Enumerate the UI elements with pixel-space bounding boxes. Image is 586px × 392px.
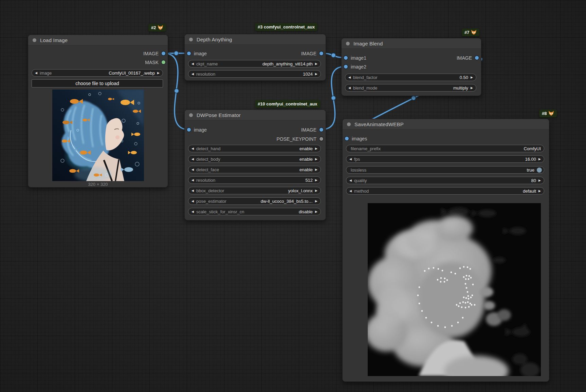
output-slot-image[interactable]: [162, 52, 165, 55]
increment-arrow-icon[interactable]: ▶: [315, 189, 317, 192]
widget-value: enable: [299, 167, 313, 172]
decrement-arrow-icon[interactable]: ◀: [191, 147, 194, 150]
input-slot-image2[interactable]: [344, 65, 348, 68]
input-slot-image1[interactable]: [344, 56, 348, 60]
node-badge: #8: [539, 110, 557, 117]
input-slot-image[interactable]: [187, 128, 191, 132]
node-title-bar[interactable]: Image Blend: [342, 38, 481, 49]
input-slot-images[interactable]: [345, 137, 349, 140]
widget-value: 1024: [303, 72, 313, 77]
output-slot-image[interactable]: [475, 56, 479, 60]
widget-fps[interactable]: ◀ fps 16.00 ▶: [346, 155, 544, 163]
output-slot-pose-keypoint[interactable]: [319, 137, 323, 141]
link-midpoint-dot[interactable]: [411, 96, 416, 100]
widget-detect-body[interactable]: ◀ detect_body enable ▶: [188, 155, 321, 163]
node-status-dot[interactable]: [189, 113, 193, 117]
widget-filename-prefix[interactable]: filename_prefix ComfyUI: [346, 145, 544, 152]
widget-bbox-detector[interactable]: ◀ bbox_detector yolox_l.onnx ▶: [188, 187, 321, 194]
node-badge: #7: [462, 28, 479, 36]
decrement-arrow-icon[interactable]: ◀: [349, 179, 352, 182]
widget-image[interactable]: ◀ image ComfyUI_00167_.webp ▶: [32, 69, 163, 77]
decrement-arrow-icon[interactable]: ◀: [348, 86, 351, 90]
decrement-arrow-icon[interactable]: ◀: [191, 189, 194, 192]
output-slot-image[interactable]: [319, 52, 323, 55]
increment-arrow-icon[interactable]: ▶: [315, 158, 317, 161]
decrement-arrow-icon[interactable]: ◀: [191, 200, 194, 203]
link-midpoint-dot[interactable]: [174, 51, 179, 56]
widget-resolution[interactable]: ◀ resolution 1024 ▶: [188, 70, 321, 78]
toggle-knob[interactable]: [537, 168, 542, 173]
decrement-arrow-icon[interactable]: ◀: [191, 158, 194, 161]
output-label: IMAGE: [143, 51, 159, 56]
increment-arrow-icon[interactable]: ▶: [157, 72, 160, 75]
increment-arrow-icon[interactable]: ▶: [471, 86, 473, 90]
decrement-arrow-icon[interactable]: ◀: [349, 190, 352, 193]
choose-file-button[interactable]: choose file to upload: [32, 79, 163, 87]
node-load-image[interactable]: Load Image IMAGE MASK ◀ image ComfyUI_00…: [28, 35, 168, 188]
widget-value: yolox_l.onnx: [288, 188, 313, 193]
link-midpoint-dot[interactable]: [331, 96, 336, 100]
widget-blend-factor[interactable]: ◀ blend_factor 0.50 ▶: [345, 74, 476, 81]
increment-arrow-icon[interactable]: ▶: [315, 147, 317, 150]
input-label: image: [194, 127, 207, 133]
widget-value: ComfyUI: [524, 146, 541, 151]
decrement-arrow-icon[interactable]: ◀: [191, 73, 194, 76]
node-image-blend[interactable]: Image Blend image1 IMAGE image2 ◀ blend_…: [341, 38, 481, 96]
increment-arrow-icon[interactable]: ▶: [315, 200, 317, 203]
widget-label: method: [354, 189, 369, 194]
widget-resolution[interactable]: ◀ resolution 512 ▶: [188, 176, 321, 184]
output-label: IMAGE: [301, 127, 316, 133]
increment-arrow-icon[interactable]: ▶: [315, 62, 317, 65]
widget-method[interactable]: ◀ method default ▶: [346, 187, 544, 195]
fox-icon: [548, 111, 554, 116]
node-status-dot[interactable]: [346, 42, 350, 45]
increment-arrow-icon[interactable]: ▶: [315, 73, 317, 76]
decrement-arrow-icon[interactable]: ◀: [348, 76, 351, 79]
node-title: Load Image: [40, 37, 68, 43]
output-slot-mask[interactable]: [162, 60, 165, 64]
increment-arrow-icon[interactable]: ▶: [538, 179, 541, 182]
node-title-bar[interactable]: Load Image: [28, 35, 168, 45]
node-dwpose-estimator[interactable]: DWPose Estimator image IMAGE POSE_KEYPOI…: [184, 110, 326, 220]
node-title-bar[interactable]: DWPose Estimator: [185, 110, 326, 120]
node-depth-anything[interactable]: Depth Anything image IMAGE ◀ ckpt_name d…: [184, 34, 326, 81]
increment-arrow-icon[interactable]: ▶: [315, 168, 317, 171]
widget-label: resolution: [196, 178, 215, 183]
widget-scale-stick[interactable]: ◀ scale_stick_for_xinsr_cn disable ▶: [188, 208, 321, 215]
decrement-arrow-icon[interactable]: ◀: [191, 168, 194, 171]
widget-value: 0.50: [460, 75, 468, 80]
increment-arrow-icon[interactable]: ▶: [315, 179, 317, 182]
node-title-bar[interactable]: SaveAnimatedWEBP: [343, 119, 549, 130]
output-slot-image[interactable]: [319, 128, 323, 132]
slot-row: image1 IMAGE: [342, 54, 481, 62]
link-midpoint-dot[interactable]: [175, 89, 179, 93]
widget-label: blend_factor: [353, 75, 378, 80]
widget-detect-hand[interactable]: ◀ detect_hand enable ▶: [188, 145, 321, 152]
widget-lossless[interactable]: lossless true: [346, 166, 544, 174]
widget-ckpt-name[interactable]: ◀ ckpt_name depth_anything_vitl14.pth ▶: [188, 60, 321, 67]
node-status-dot[interactable]: [189, 38, 193, 41]
decrement-arrow-icon[interactable]: ◀: [191, 179, 194, 182]
comfyui-workflow-canvas[interactable]: { "theme": { "canvas_bg": "#242424", "no…: [0, 0, 586, 392]
increment-arrow-icon[interactable]: ▶: [538, 158, 541, 161]
decrement-arrow-icon[interactable]: ◀: [349, 158, 352, 161]
node-status-dot[interactable]: [347, 122, 351, 126]
decrement-arrow-icon[interactable]: ◀: [35, 72, 37, 75]
node-status-dot[interactable]: [33, 38, 36, 42]
increment-arrow-icon[interactable]: ▶: [471, 76, 473, 79]
increment-arrow-icon[interactable]: ▶: [315, 210, 317, 213]
increment-arrow-icon[interactable]: ▶: [538, 190, 541, 193]
widget-value: 512: [305, 178, 313, 183]
node-title-bar[interactable]: Depth Anything: [185, 34, 326, 45]
link-midpoint-dot[interactable]: [331, 53, 336, 58]
widget-quality[interactable]: ◀ quality 80 ▶: [346, 177, 544, 184]
node-save-animated-webp[interactable]: SaveAnimatedWEBP images filename_prefix …: [342, 119, 549, 382]
decrement-arrow-icon[interactable]: ◀: [191, 210, 194, 213]
node-badge: #2: [148, 24, 166, 32]
widget-pose-estimator[interactable]: ◀ pose_estimator dw-ll_ucoco_384_bs5.to……: [188, 197, 321, 205]
decrement-arrow-icon[interactable]: ◀: [191, 62, 194, 65]
widget-blend-mode[interactable]: ◀ blend_mode multiply ▶: [345, 84, 476, 92]
input-slot-image[interactable]: [187, 52, 191, 55]
widget-detect-face[interactable]: ◀ detect_face enable ▶: [188, 166, 321, 173]
node-badge: #10 comfyui_controlnet_aux: [255, 100, 320, 108]
